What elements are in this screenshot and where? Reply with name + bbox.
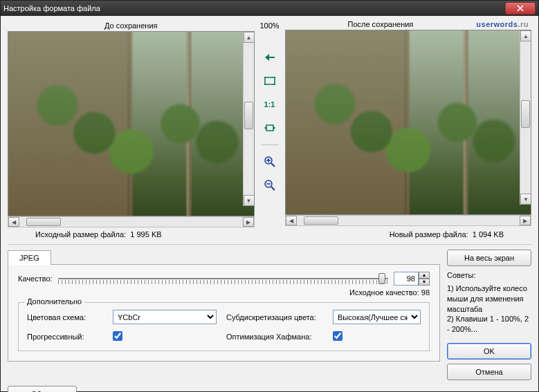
fit-screen-icon[interactable] — [263, 74, 277, 88]
before-image — [8, 32, 254, 216]
scroll-thumb[interactable] — [521, 100, 530, 128]
tab-jpeg[interactable]: JPEG — [8, 250, 51, 265]
slider-thumb[interactable] — [378, 273, 385, 284]
scroll-up-icon[interactable]: ▲ — [244, 32, 255, 43]
close-icon — [517, 5, 524, 12]
tip-2: 2) Клавиши 1 - 100%, 2 - 200%... — [447, 314, 531, 335]
watermark: userwords.ru — [476, 20, 529, 28]
svg-rect-1 — [266, 125, 273, 131]
after-image — [286, 30, 531, 214]
huffman-checkbox[interactable] — [333, 331, 342, 341]
before-vscroll[interactable]: ▲ ▼ — [243, 32, 254, 206]
zoom-in-icon[interactable] — [263, 155, 277, 169]
color-scheme-label: Цветовая схема: — [27, 313, 103, 321]
quality-input[interactable] — [394, 272, 419, 286]
tips-title: Советы: — [447, 270, 531, 281]
source-size: Исходный размер файла: 1 995 KB — [8, 230, 162, 239]
fullscreen-button[interactable]: На весь экран — [447, 250, 531, 266]
scroll-left-icon[interactable]: ◀ — [286, 216, 297, 225]
after-label: После сохранения — [285, 20, 477, 28]
fit-width-icon[interactable] — [263, 121, 277, 135]
zoom-1to1[interactable]: 1:1 — [263, 97, 277, 111]
quality-label: Качество: — [18, 274, 53, 283]
reset-button[interactable]: Сброс — [8, 386, 77, 392]
scroll-thumb[interactable] — [304, 216, 338, 225]
scroll-down-icon[interactable]: ▼ — [520, 194, 531, 205]
advanced-legend: Дополнительно — [24, 297, 84, 306]
before-hscroll[interactable]: ◀ ▶ — [8, 216, 255, 227]
scroll-thumb[interactable] — [244, 102, 253, 129]
after-vscroll[interactable]: ▲ ▼ — [520, 30, 531, 205]
scroll-right-icon[interactable]: ▶ — [243, 217, 254, 227]
huffman-label: Оптимизация Хафмана: — [226, 333, 323, 341]
quality-slider[interactable] — [58, 272, 388, 286]
spin-down-icon[interactable]: ▼ — [419, 279, 430, 286]
cancel-button[interactable]: Отмена — [447, 364, 531, 380]
scroll-left-icon[interactable]: ◀ — [8, 217, 19, 227]
zoom-level: 100% — [257, 20, 282, 31]
close-button[interactable] — [505, 2, 536, 15]
quality-spinner[interactable]: ▲▼ — [394, 272, 430, 286]
separator — [261, 144, 279, 145]
dialog-window: Настройка формата файла До сохранения ▲ … — [0, 0, 539, 392]
back-arrow-icon[interactable] — [263, 50, 277, 64]
scroll-up-icon[interactable]: ▲ — [520, 30, 531, 41]
tab-panel: Качество: ▲▼ Исходное качество: 98 Допол… — [8, 264, 440, 362]
before-label: До сохранения — [8, 20, 255, 31]
after-hscroll[interactable]: ◀ ▶ — [285, 215, 532, 226]
subsampling-select[interactable]: Высокая(Лучшее сжатие) — [333, 310, 421, 324]
tips-panel: Советы: 1) Используйте колесо мыши для и… — [447, 270, 531, 335]
tip-1: 1) Используйте колесо мыши для изменения… — [447, 283, 531, 315]
color-scheme-select[interactable]: YCbCr — [113, 310, 217, 324]
advanced-group: Дополнительно Цветовая схема: YCbCr Субд… — [18, 302, 430, 351]
progressive-checkbox[interactable] — [113, 331, 122, 341]
subsampling-label: Субдискретизация цвета: — [226, 313, 323, 321]
ok-button[interactable]: OK — [447, 343, 531, 360]
svg-rect-0 — [265, 77, 275, 84]
window-title: Настройка формата файла — [3, 4, 100, 12]
zoom-out-icon[interactable] — [263, 178, 277, 192]
before-image-viewport[interactable]: ▲ ▼ — [8, 31, 255, 216]
scroll-thumb[interactable] — [26, 218, 61, 226]
new-size: Новый размер файла: 1 094 KB — [390, 230, 531, 239]
divider — [8, 244, 531, 245]
progressive-label: Прогрессивный: — [27, 333, 103, 341]
scroll-right-icon[interactable]: ▶ — [520, 216, 531, 225]
titlebar: Настройка формата файла — [1, 1, 538, 16]
zoom-toolbar: 1:1 — [257, 31, 282, 192]
after-image-viewport[interactable]: ▲ ▼ — [285, 30, 532, 215]
spin-up-icon[interactable]: ▲ — [419, 272, 430, 279]
scroll-down-icon[interactable]: ▼ — [244, 195, 255, 206]
